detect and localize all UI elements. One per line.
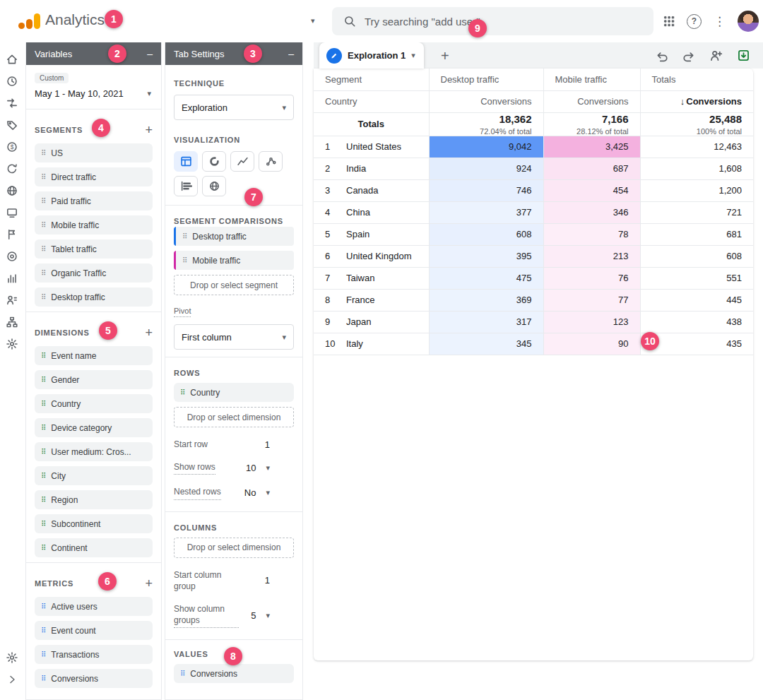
totals-desktop-cell[interactable]: 18,36272.04% of total <box>429 112 543 136</box>
account-avatar[interactable] <box>738 11 759 32</box>
metric-chip[interactable]: ⠿Event count <box>35 621 153 640</box>
sitemap-icon[interactable] <box>4 314 20 331</box>
segment-chip[interactable]: ⠿Desktop traffic <box>35 287 153 307</box>
desktop-value-cell[interactable]: 395 <box>429 245 543 267</box>
mobile-value-cell[interactable]: 123 <box>543 311 640 333</box>
journeys-icon[interactable] <box>4 95 20 112</box>
realtime-icon[interactable] <box>4 73 20 90</box>
add-tab-button[interactable]: + <box>437 48 454 64</box>
mobile-value-cell[interactable]: 3,425 <box>543 136 640 158</box>
search-bar[interactable]: Try searching "add user" <box>332 7 653 35</box>
subheader-conversions-mobile[interactable]: Conversions <box>543 90 640 112</box>
desktop-value-cell[interactable]: 345 <box>429 333 543 355</box>
total-value-cell[interactable]: 445 <box>640 289 753 311</box>
viz-line-button[interactable] <box>230 151 254 172</box>
segment-comparison-chip-mobile[interactable]: ⠿ Mobile traffic <box>174 251 294 270</box>
add-metric-button[interactable]: + <box>145 577 153 590</box>
viz-geo-button[interactable] <box>202 176 226 196</box>
total-value-cell[interactable]: 1,608 <box>640 158 753 179</box>
home-icon[interactable] <box>4 51 20 68</box>
totals-mobile-cell[interactable]: 7,16628.12% of total <box>543 112 640 136</box>
country-cell[interactable]: 2India <box>314 158 429 179</box>
mobile-value-cell[interactable]: 687 <box>543 158 640 179</box>
apps-grid-icon[interactable] <box>663 16 675 27</box>
export-icon[interactable] <box>737 49 750 62</box>
add-dimension-button[interactable]: + <box>145 326 153 339</box>
demographics-globe-icon[interactable] <box>4 182 20 199</box>
total-value-cell[interactable]: 12,463 <box>640 136 753 158</box>
help-icon[interactable]: ? <box>687 14 702 29</box>
segment-chip[interactable]: ⠿Direct traffic <box>35 167 153 186</box>
rows-dropzone[interactable]: Drop or select dimension <box>174 407 294 427</box>
undo-icon[interactable] <box>656 49 668 62</box>
segment-comparison-chip-desktop[interactable]: ⠿ Desktop traffic <box>174 227 294 246</box>
country-cell[interactable]: 4China <box>314 201 429 223</box>
share-users-icon[interactable] <box>709 49 723 62</box>
col-header-desktop-traffic[interactable]: Desktop traffic <box>429 69 543 90</box>
subheader-conversions-totals-sorted[interactable]: ↓Conversions <box>640 90 753 112</box>
show-column-groups-select[interactable]: 5 ▾ <box>251 610 270 621</box>
subheader-country[interactable]: Country <box>314 90 429 112</box>
desktop-value-cell[interactable]: 317 <box>429 311 543 333</box>
dimension-chip[interactable]: ⠿City <box>35 466 153 485</box>
total-value-cell[interactable]: 681 <box>640 223 753 245</box>
desktop-value-cell[interactable]: 924 <box>429 158 543 179</box>
show-rows-select[interactable]: 10 ▾ <box>246 463 270 473</box>
country-cell[interactable]: 7Taiwan <box>314 267 429 289</box>
segment-chip[interactable]: ⠿Mobile traffic <box>35 215 153 235</box>
admin-gear-icon[interactable] <box>4 649 20 666</box>
total-value-cell[interactable]: 551 <box>640 267 753 289</box>
dimension-chip[interactable]: ⠿Region <box>35 490 153 509</box>
desktop-value-cell[interactable]: 608 <box>429 223 543 245</box>
kebab-menu-icon[interactable]: ⋮ <box>714 14 726 29</box>
mobile-value-cell[interactable]: 77 <box>543 289 640 311</box>
segment-chip[interactable]: ⠿Organic Traffic <box>35 263 153 283</box>
engagement-tag-icon[interactable] <box>4 117 20 134</box>
technique-select[interactable]: Exploration ▾ <box>174 95 294 120</box>
country-cell[interactable]: 3Canada <box>314 179 429 201</box>
segment-chip[interactable]: ⠿US <box>35 143 153 162</box>
totals-total-cell[interactable]: 25,488100% of total <box>640 112 753 136</box>
desktop-value-cell[interactable]: 9,042 <box>429 136 543 158</box>
monetization-icon[interactable]: $ <box>4 138 20 155</box>
values-metric-chip[interactable]: ⠿Conversions <box>174 664 294 683</box>
events-flag-icon[interactable] <box>4 226 20 243</box>
country-cell[interactable]: 9Japan <box>314 311 429 333</box>
col-header-segment[interactable]: Segment <box>314 69 429 90</box>
minimize-tab-settings-icon[interactable]: – <box>288 49 294 59</box>
segment-chip[interactable]: ⠿Tablet traffic <box>35 239 153 259</box>
start-column-value[interactable]: 1 <box>265 575 270 586</box>
country-cell[interactable]: 6United Kingdom <box>314 245 429 267</box>
dimension-chip[interactable]: ⠿User medium: Cros... <box>35 442 153 461</box>
minimize-variables-icon[interactable]: – <box>147 49 153 59</box>
mobile-value-cell[interactable]: 213 <box>543 245 640 267</box>
analytics-logo-icon[interactable] <box>18 13 40 29</box>
country-cell[interactable]: 5Spain <box>314 223 429 245</box>
metric-chip[interactable]: ⠿Conversions <box>35 669 153 688</box>
date-range-selector[interactable]: May 1 - May 10, 2021 ▾ <box>35 83 153 106</box>
total-value-cell[interactable]: 438 <box>640 311 753 333</box>
user-properties-icon[interactable] <box>4 292 20 309</box>
segment-dropzone[interactable]: Drop or select segment <box>174 275 294 295</box>
audiences-chart-icon[interactable] <box>4 270 20 287</box>
dimension-chip[interactable]: ⠿Country <box>35 394 153 413</box>
conversions-target-icon[interactable] <box>4 248 20 265</box>
add-segment-button[interactable]: + <box>145 124 153 136</box>
col-header-mobile-traffic[interactable]: Mobile traffic <box>543 69 640 90</box>
dimension-chip[interactable]: ⠿Continent <box>35 538 153 557</box>
start-row-value[interactable]: 1 <box>265 439 270 450</box>
columns-dropzone[interactable]: Drop or select dimension <box>174 538 294 558</box>
dimension-chip[interactable]: ⠿Subcontinent <box>35 514 153 533</box>
country-cell[interactable]: 8France <box>314 289 429 311</box>
desktop-value-cell[interactable]: 746 <box>429 179 543 201</box>
dimension-chip[interactable]: ⠿Gender <box>35 370 153 389</box>
dimension-chip[interactable]: ⠿Event name <box>35 346 153 365</box>
viz-table-button[interactable] <box>174 151 198 172</box>
redo-icon[interactable] <box>682 49 695 62</box>
property-chevron-down-icon[interactable]: ▾ <box>311 16 315 25</box>
viz-scatter-button[interactable] <box>259 151 283 172</box>
expand-rail-icon[interactable] <box>4 671 20 688</box>
segment-chip[interactable]: ⠿Paid traffic <box>35 191 153 210</box>
mobile-value-cell[interactable]: 76 <box>543 267 640 289</box>
total-value-cell[interactable]: 1,200 <box>640 179 753 201</box>
